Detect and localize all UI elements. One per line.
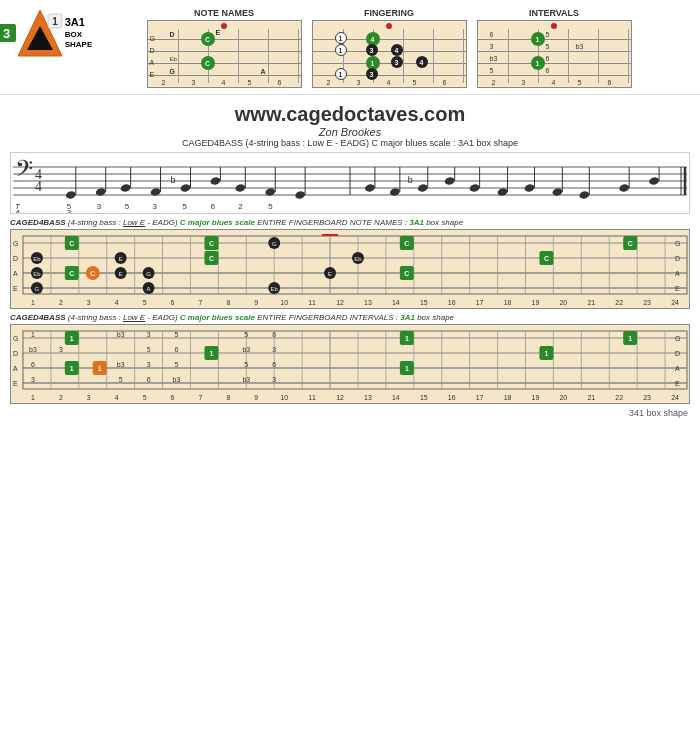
svg-text:D: D: [13, 350, 18, 357]
svg-text:7: 7: [198, 299, 202, 306]
svg-text:3: 3: [272, 346, 276, 353]
svg-text:4: 4: [115, 394, 119, 401]
svg-text:1: 1: [209, 350, 213, 357]
svg-text:Eb: Eb: [354, 256, 362, 262]
svg-text:Eb: Eb: [271, 286, 279, 292]
svg-text:D: D: [675, 255, 680, 262]
scale-description: CAGED4BASS (4-string bass : Low E - EADG…: [0, 138, 700, 148]
svg-point-19: [120, 183, 131, 192]
svg-text:C: C: [69, 270, 74, 277]
svg-text:1: 1: [98, 365, 102, 372]
svg-text:22: 22: [615, 394, 623, 401]
svg-text:11: 11: [308, 299, 316, 306]
intervals-diagram: INTERVALS 6 3 b3 5: [477, 8, 632, 88]
svg-text:3: 3: [147, 361, 151, 368]
fingerboard1-board: G D A E: [10, 229, 690, 309]
svg-text:3: 3: [147, 331, 151, 338]
svg-text:17: 17: [476, 394, 484, 401]
svg-text:21: 21: [587, 394, 595, 401]
svg-text:b3: b3: [117, 361, 125, 368]
svg-text:1: 1: [70, 365, 74, 372]
svg-text:E: E: [119, 256, 123, 262]
svg-text:C: C: [69, 240, 74, 247]
svg-point-24: [180, 183, 191, 192]
svg-text:1: 1: [31, 331, 35, 338]
svg-rect-104: [322, 234, 338, 236]
svg-text:6: 6: [175, 346, 179, 353]
svg-text:A: A: [675, 270, 680, 277]
svg-text:1: 1: [405, 335, 409, 342]
svg-text:5: 5: [244, 331, 248, 338]
svg-text:3: 3: [97, 202, 102, 211]
svg-text:20: 20: [559, 299, 567, 306]
svg-text:C: C: [404, 270, 409, 277]
svg-text:6: 6: [147, 376, 151, 383]
fingerboard2-title: CAGED4BASS (4-string bass : Low E - EADG…: [10, 313, 690, 322]
svg-text:C: C: [404, 240, 409, 247]
fingerboard2-section: CAGED4BASS (4-string bass : Low E - EADG…: [10, 313, 690, 404]
svg-text:1: 1: [544, 350, 548, 357]
svg-text:b: b: [171, 175, 176, 185]
svg-text:21: 21: [587, 299, 595, 306]
svg-text:20: 20: [559, 394, 567, 401]
author-name: Zon Brookes: [0, 126, 700, 138]
fingering-title: FINGERING: [364, 8, 414, 18]
svg-text:C: C: [628, 240, 633, 247]
svg-text:1: 1: [405, 365, 409, 372]
svg-text:3: 3: [272, 376, 276, 383]
svg-point-39: [417, 183, 428, 192]
svg-text:11: 11: [308, 394, 316, 401]
svg-point-41: [444, 176, 455, 185]
svg-text:15: 15: [420, 299, 428, 306]
svg-text:C: C: [209, 240, 214, 247]
svg-text:6: 6: [171, 299, 175, 306]
svg-point-34: [364, 183, 375, 192]
svg-text:15: 15: [420, 394, 428, 401]
svg-text:2: 2: [238, 202, 243, 211]
note-names-fretboard: G D A E C D E C G A Eb: [147, 20, 302, 88]
svg-point-28: [235, 183, 246, 192]
svg-text:b3: b3: [242, 346, 250, 353]
svg-text:23: 23: [643, 394, 651, 401]
svg-text:9: 9: [254, 299, 258, 306]
svg-text:7: 7: [198, 394, 202, 401]
svg-text:D: D: [675, 350, 680, 357]
svg-point-55: [648, 176, 659, 185]
svg-text:E: E: [675, 380, 680, 387]
svg-text:24: 24: [671, 299, 679, 306]
svg-text:A: A: [13, 270, 18, 277]
svg-text:G: G: [35, 286, 40, 292]
svg-text:G: G: [272, 241, 277, 247]
caged-logo: 3 1 3A1 BOX S: [10, 8, 80, 58]
svg-text:22: 22: [615, 299, 623, 306]
svg-text:E: E: [13, 285, 18, 292]
svg-text:1: 1: [31, 394, 35, 401]
svg-text:1: 1: [31, 299, 35, 306]
svg-text:b3: b3: [242, 376, 250, 383]
svg-text:A: A: [675, 365, 680, 372]
intervals-title: INTERVALS: [529, 8, 579, 18]
svg-text:C: C: [209, 255, 214, 262]
svg-text:18: 18: [504, 394, 512, 401]
svg-text:C: C: [544, 255, 549, 262]
svg-text:14: 14: [392, 394, 400, 401]
svg-text:G: G: [146, 271, 151, 277]
svg-text:3: 3: [67, 208, 72, 214]
svg-text:19: 19: [532, 394, 540, 401]
svg-text:24: 24: [671, 394, 679, 401]
svg-text:14: 14: [392, 299, 400, 306]
svg-text:19: 19: [532, 299, 540, 306]
svg-text:1: 1: [70, 335, 74, 342]
svg-text:G: G: [675, 335, 680, 342]
svg-text:17: 17: [476, 299, 484, 306]
svg-text:E: E: [328, 271, 332, 277]
svg-point-15: [65, 190, 76, 199]
svg-text:Eb: Eb: [33, 271, 41, 277]
svg-text:5: 5: [268, 202, 273, 211]
svg-text:5: 5: [143, 299, 147, 306]
svg-text:A: A: [14, 208, 20, 214]
svg-text:A: A: [147, 286, 151, 292]
svg-text:3: 3: [87, 394, 91, 401]
caged-number-badge: 3: [0, 24, 16, 42]
svg-text:1: 1: [628, 335, 632, 342]
